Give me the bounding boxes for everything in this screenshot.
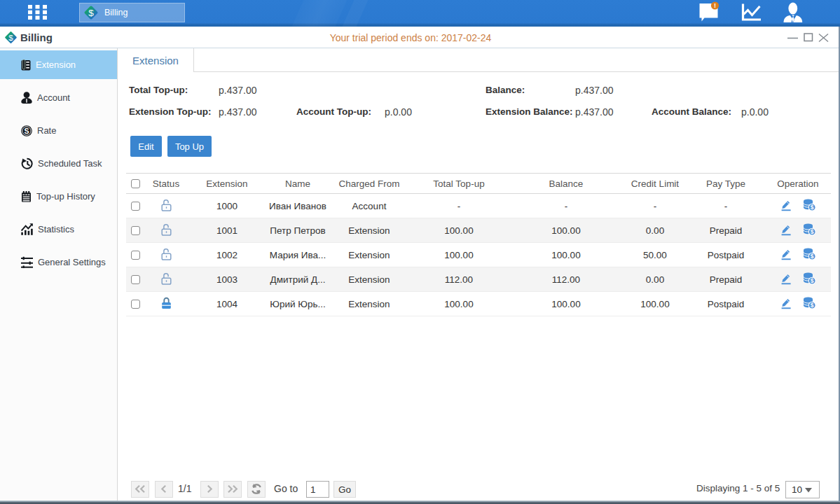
svg-text:$: $ xyxy=(811,204,814,211)
svg-text:$: $ xyxy=(811,253,814,260)
svg-text:$: $ xyxy=(811,228,814,235)
svg-text:$: $ xyxy=(88,8,94,18)
svg-text:$: $ xyxy=(811,302,814,309)
svg-text:!: ! xyxy=(714,2,716,9)
svg-text:S: S xyxy=(24,126,29,134)
svg-text:$: $ xyxy=(811,277,814,284)
